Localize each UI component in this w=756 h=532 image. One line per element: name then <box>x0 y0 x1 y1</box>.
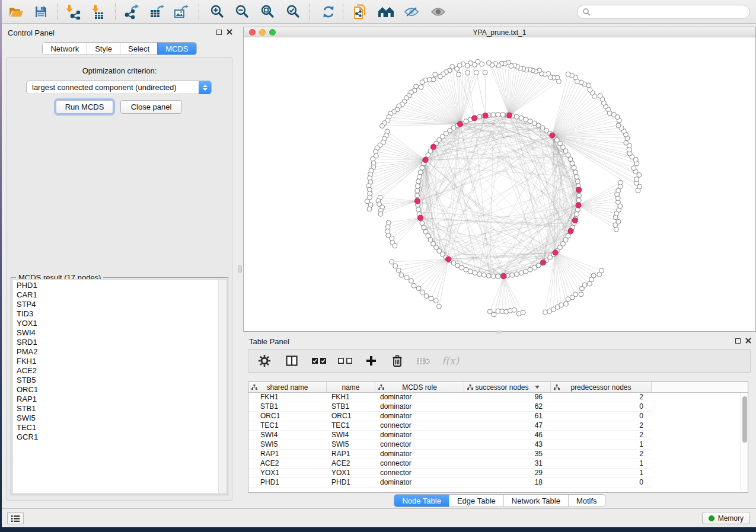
network-node[interactable] <box>473 271 477 275</box>
table-row[interactable]: YOX1YOX1connector291 <box>248 469 748 478</box>
network-node[interactable] <box>566 72 570 76</box>
network-node[interactable] <box>496 274 500 278</box>
table-row[interactable]: ACE2ACE2connector311 <box>248 459 748 469</box>
network-node[interactable] <box>576 193 581 198</box>
float-panel-icon[interactable] <box>216 30 222 35</box>
network-node[interactable] <box>572 165 576 170</box>
network-node[interactable] <box>429 296 433 301</box>
network-node[interactable] <box>420 165 425 170</box>
network-node[interactable] <box>512 307 516 312</box>
mcds-node[interactable] <box>445 257 451 262</box>
network-node[interactable] <box>491 113 496 117</box>
network-node[interactable] <box>433 299 438 303</box>
table-row[interactable]: TEC1TEC1connector472 <box>248 421 748 431</box>
network-node[interactable] <box>416 207 421 212</box>
network-node[interactable] <box>415 193 420 198</box>
column-header-MCDS-role[interactable]: MCDS role <box>375 382 464 393</box>
table-scrollbar[interactable] <box>741 393 748 492</box>
mcds-node[interactable] <box>572 217 578 223</box>
mcds-node[interactable] <box>576 203 581 208</box>
mcds-node[interactable] <box>541 259 546 265</box>
network-node[interactable] <box>486 60 491 65</box>
mcds-node[interactable] <box>423 157 428 162</box>
mcds-node[interactable] <box>417 215 423 220</box>
mcds-result-item[interactable]: STB5 <box>13 376 226 385</box>
network-node[interactable] <box>510 273 515 277</box>
delete-column-trash-icon[interactable] <box>390 353 405 368</box>
mcds-result-item[interactable]: STB1 <box>13 404 226 414</box>
network-node[interactable] <box>624 140 629 145</box>
mcds-node[interactable] <box>457 121 462 127</box>
network-node[interactable] <box>420 80 425 85</box>
table-scrollbar-thumb[interactable] <box>742 396 747 443</box>
select-all-icon[interactable] <box>311 353 327 368</box>
table-row[interactable]: ORC1ORC1dominator610 <box>248 412 748 421</box>
network-node[interactable] <box>378 211 383 216</box>
network-node[interactable] <box>417 174 422 179</box>
network-node[interactable] <box>591 273 596 278</box>
network-node[interactable] <box>575 179 580 184</box>
network-node[interactable] <box>573 170 578 175</box>
network-node[interactable] <box>543 310 548 315</box>
network-node[interactable] <box>412 283 416 288</box>
network-node[interactable] <box>514 272 519 277</box>
mcds-result-item[interactable]: SRD1 <box>13 338 226 347</box>
network-node[interactable] <box>588 88 592 92</box>
network-node[interactable] <box>424 294 429 299</box>
mcds-node[interactable] <box>568 228 573 233</box>
mcds-node[interactable] <box>501 273 506 278</box>
mcds-result-item[interactable]: GCR1 <box>13 432 226 442</box>
table-row[interactable]: PHD1PHD1dominator180 <box>248 478 748 488</box>
network-node[interactable] <box>573 292 578 297</box>
network-node[interactable] <box>588 281 592 286</box>
network-node[interactable] <box>559 303 564 307</box>
mcds-node[interactable] <box>553 250 558 255</box>
mcds-node[interactable] <box>471 116 477 121</box>
split-view-icon[interactable] <box>284 353 299 368</box>
network-node[interactable] <box>575 174 579 179</box>
tab-style[interactable]: Style <box>87 43 120 55</box>
share-document-icon[interactable] <box>351 3 369 21</box>
network-node[interactable] <box>465 70 470 75</box>
table-row[interactable]: STB1STB1dominator620 <box>248 402 748 412</box>
open-session-icon[interactable] <box>7 3 25 21</box>
network-node[interactable] <box>634 177 639 182</box>
network-node[interactable] <box>409 278 413 283</box>
network-node[interactable] <box>477 114 482 119</box>
mcds-node[interactable] <box>430 144 436 149</box>
network-node[interactable] <box>464 267 468 272</box>
network-node[interactable] <box>385 225 390 229</box>
network-node[interactable] <box>477 272 482 277</box>
network-node[interactable] <box>616 219 621 224</box>
mcds-result-item[interactable]: CAR1 <box>13 290 226 300</box>
network-node[interactable] <box>393 243 397 248</box>
column-header-predecessor-nodes[interactable]: predecessor nodes <box>551 382 652 393</box>
network-node[interactable] <box>415 188 420 193</box>
mcds-result-item[interactable]: TID3 <box>13 309 226 319</box>
export-image-icon[interactable] <box>173 3 190 21</box>
network-node[interactable] <box>468 269 473 274</box>
network-node[interactable] <box>420 221 425 226</box>
refresh-icon[interactable] <box>320 3 337 21</box>
tab-network[interactable]: Network <box>43 43 87 55</box>
table-row[interactable]: RAP1RAP1dominator352 <box>248 450 748 459</box>
network-node[interactable] <box>416 179 421 184</box>
close-panel-button[interactable]: Close panel <box>120 100 182 114</box>
network-node[interactable] <box>496 112 500 117</box>
export-network-icon[interactable] <box>123 3 141 21</box>
network-canvas[interactable] <box>244 37 755 331</box>
column-header-name[interactable]: name <box>327 382 375 393</box>
network-node[interactable] <box>599 268 604 273</box>
network-node[interactable] <box>524 117 528 122</box>
zoom-selected-icon[interactable] <box>285 3 302 21</box>
network-node[interactable] <box>399 273 404 277</box>
settings-gear-icon[interactable] <box>257 353 272 368</box>
mcds-result-item[interactable]: STP4 <box>13 300 226 309</box>
network-node[interactable] <box>579 292 583 297</box>
network-node[interactable] <box>486 273 491 278</box>
float-table-panel-icon[interactable] <box>735 338 741 344</box>
mcds-result-item[interactable]: RAP1 <box>13 395 226 404</box>
network-node[interactable] <box>492 312 496 317</box>
save-session-icon[interactable] <box>32 3 50 21</box>
tab-motifs[interactable]: Motifs <box>568 495 605 507</box>
